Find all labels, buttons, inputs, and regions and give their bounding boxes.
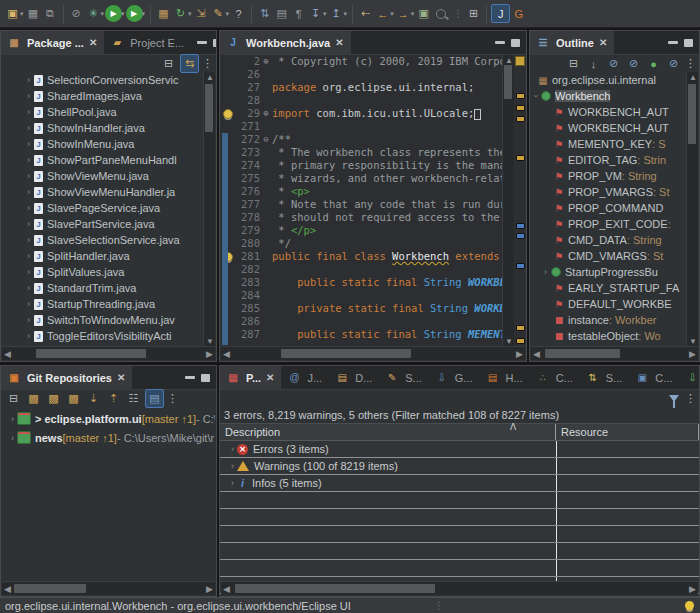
skip-breakpoints-icon[interactable]: ⊘ [68, 5, 85, 22]
scroll-right-icon[interactable]: ▶ [206, 349, 213, 359]
scroll-thumb[interactable] [504, 65, 512, 99]
chevron-right-icon[interactable]: › [8, 433, 17, 443]
outline-item[interactable]: ⚑CMD_VMARGS : St [531, 248, 686, 264]
scroll-thumb[interactable] [281, 349, 411, 358]
pin-editor-icon[interactable]: ▣ [415, 5, 432, 22]
debug-icon[interactable]: ✳ [85, 5, 102, 22]
scroll-left-icon[interactable]: ◀ [533, 349, 540, 359]
chevron-right-icon[interactable]: › [24, 91, 33, 101]
view-menu-icon[interactable]: ⋮ [685, 392, 695, 405]
push-icon[interactable]: ⇡ [105, 390, 122, 407]
bottom-tab-g[interactable]: ⇩G... [429, 366, 480, 389]
annotate-icon[interactable]: ✎ [210, 5, 227, 22]
code-line[interactable]: 285 private static final String WORKBE [221, 302, 502, 315]
fetch-icon[interactable]: ⇣ [85, 390, 102, 407]
outline-item[interactable]: ⚑CMD_DATA : String [531, 232, 686, 248]
refresh-build-icon[interactable]: ↻ [172, 5, 189, 22]
code-line[interactable]: 27package org.eclipse.ui.internal; [221, 81, 502, 94]
scroll-down-icon[interactable]: ▼ [689, 337, 697, 346]
code-line[interactable]: 282 [221, 263, 502, 276]
tree-item[interactable]: ›JShowViewMenuHandler.ja [2, 184, 203, 200]
package-explorer-tree[interactable]: ›JSelectionConversionServic›JSharedImage… [2, 72, 203, 347]
filter-icon[interactable] [665, 390, 682, 407]
problems-table[interactable]: ›✕Errors (3 items)›Warnings (100 of 8219… [220, 441, 699, 594]
save-all-icon[interactable]: ⧉ [42, 5, 59, 22]
annotation-mark[interactable] [516, 105, 525, 111]
tree-item[interactable]: ›JShowPartPaneMenuHandl [2, 152, 203, 168]
hierarchical-layout-icon[interactable]: ☷ [125, 390, 142, 407]
sort-icon[interactable]: ↓ [585, 55, 602, 72]
chevron-right-icon[interactable]: › [24, 187, 33, 197]
fold-toggle-icon[interactable]: ⊖ [260, 133, 272, 146]
dropdown-arrow-icon[interactable]: ▾ [411, 10, 415, 18]
scroll-thumb[interactable] [14, 584, 86, 593]
close-icon[interactable]: ✕ [266, 372, 274, 383]
save-icon[interactable]: ▦ [25, 5, 42, 22]
chevron-right-icon[interactable]: › [24, 107, 33, 117]
scroll-up-icon[interactable]: ▲ [505, 56, 513, 65]
quickfix-bulb-icon[interactable] [223, 109, 233, 119]
annotation-mark[interactable] [516, 263, 525, 269]
scroll-thumb[interactable] [235, 584, 435, 593]
bottom-tab-h[interactable]: ▤H... [480, 366, 530, 389]
maximize-icon[interactable] [511, 39, 520, 47]
back-icon[interactable]: ← [374, 5, 391, 22]
annotation-mark[interactable] [516, 93, 525, 99]
tree-item[interactable]: ›JSharedImages.java [2, 88, 203, 104]
run-icon[interactable]: ▶ [105, 5, 122, 22]
link-with-editor-icon[interactable]: ⇆ [180, 54, 199, 73]
minimize-icon[interactable] [668, 41, 678, 44]
annotation-mark[interactable] [516, 325, 525, 331]
hide-static-members-icon[interactable]: ⊘ [625, 55, 642, 72]
tree-item[interactable]: ›JShowInHandler.java [2, 120, 203, 136]
tree-item[interactable]: ›JSlavePageService.java [2, 200, 203, 216]
scroll-right-icon[interactable]: ▶ [689, 584, 696, 594]
bottom-tab-c[interactable]: ∴C... [530, 366, 580, 389]
code-line[interactable]: 29⊕import com.ibm.icu.util.ULocale; [221, 107, 502, 120]
fold-toggle-icon[interactable]: ⊕ [260, 107, 272, 120]
outline-hscrollbar[interactable]: ◀ ▶ [531, 346, 698, 360]
editor-vscrollbar[interactable]: ▲ ▼ [502, 55, 514, 347]
scroll-up-icon[interactable]: ▲ [206, 73, 214, 82]
outline-item[interactable]: ⚑EARLY_STARTUP_FA [531, 280, 686, 296]
code-editor[interactable]: 2⊕ * Copyright (c) 2000, 2019 IBM Corpor… [221, 55, 502, 347]
outline-tab-outline[interactable]: ☰Outline✕ [530, 31, 614, 54]
tree-item[interactable]: ›JShowInMenu.java [2, 136, 203, 152]
annotation-mark[interactable] [516, 338, 525, 344]
code-line[interactable]: 284 [221, 289, 502, 302]
bottom-tab-s[interactable]: ⇅S... [580, 366, 630, 389]
outline-item[interactable]: ⚑PROP_VMARGS : St [531, 184, 686, 200]
annotation-mark[interactable] [516, 155, 525, 161]
chevron-right-icon[interactable]: › [24, 331, 33, 341]
last-edit-location-icon[interactable]: ⇠ [357, 5, 374, 22]
bottom-tab-s[interactable]: ✎S... [379, 366, 429, 389]
run-external-tools-icon[interactable]: ▶ [126, 5, 143, 22]
code-line[interactable]: 283 public static final String WORKBEN [221, 276, 502, 289]
package-explorer-tab-package[interactable]: ▦Package ...✕ [1, 31, 104, 54]
package-explorer-tab-projecte[interactable]: ▰Project E... [104, 31, 191, 54]
scroll-right-icon[interactable]: ▶ [206, 584, 213, 594]
code-line[interactable]: 277 * Note that any code that is run dur… [221, 198, 502, 211]
collapse-all-icon[interactable]: ⊟ [160, 55, 177, 72]
hide-non-public-icon[interactable]: ● [645, 55, 662, 72]
code-line[interactable]: 271 [221, 120, 502, 133]
outline-item[interactable]: ⚑MEMENTO_KEY : S [531, 136, 686, 152]
chevron-right-icon[interactable]: › [24, 283, 33, 293]
tree-item[interactable]: ›JStartupThreading.java [2, 296, 203, 312]
chevron-right-icon[interactable]: › [24, 75, 33, 85]
tree-item[interactable]: ›JShellPool.java [2, 104, 203, 120]
code-line[interactable]: 280 */ [221, 237, 502, 250]
dropdown-arrow-icon[interactable]: ▾ [323, 10, 327, 18]
scroll-thumb[interactable] [36, 349, 146, 358]
code-line[interactable]: 286 [221, 315, 502, 328]
chevron-right-icon[interactable]: › [24, 299, 33, 309]
bottom-tab-j[interactable]: @J... [281, 366, 329, 389]
outline-item[interactable]: ⚑PROP_VM : String [531, 168, 686, 184]
outline-item[interactable]: ⚑PROP_EXIT_CODE : [531, 216, 686, 232]
tree-item[interactable]: ›JSelectionConversionServic [2, 72, 203, 88]
view-menu-icon[interactable]: ⋮ [202, 57, 212, 70]
outline-item[interactable]: ⚑EDITOR_TAG : Strin [531, 152, 686, 168]
outline-item[interactable]: instance : Workber [531, 312, 686, 328]
outline-item[interactable]: ⚑PROP_COMMAND [531, 200, 686, 216]
chevron-right-icon[interactable]: › [228, 444, 237, 454]
